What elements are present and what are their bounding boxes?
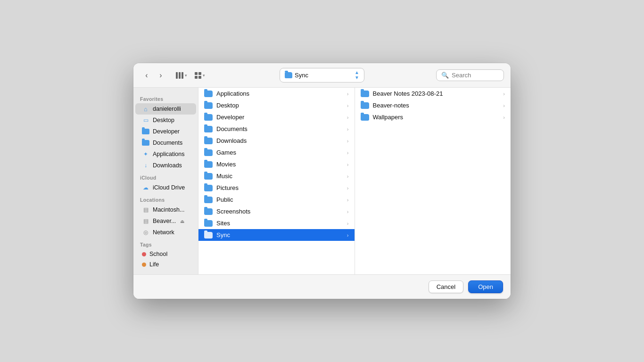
folder-icon [204, 232, 213, 239]
chevron-right-icon: › [347, 138, 349, 144]
item-name: Documents [216, 125, 343, 132]
sidebar-item-network[interactable]: ◎ Network [135, 227, 196, 238]
sidebar-item-label: Macintosh... [153, 206, 184, 213]
back-button[interactable]: ‹ [140, 69, 153, 82]
list-item[interactable]: Sites › [198, 217, 355, 229]
folder-icon [204, 173, 213, 180]
list-item[interactable]: Beaver-notes › [355, 99, 511, 111]
sidebar-item-applications[interactable]: ✦ Applications [135, 148, 196, 160]
item-name: Developer [216, 114, 343, 121]
location-bar: Sync ▲▼ [212, 68, 432, 82]
chevron-right-icon: › [347, 197, 349, 203]
sidebar-item-label: Desktop [153, 117, 174, 123]
search-input[interactable] [452, 72, 499, 79]
folder-icon [204, 138, 213, 144]
chevron-right-icon: › [347, 221, 349, 226]
item-name: Sites [216, 220, 343, 227]
list-item[interactable]: Public › [198, 194, 355, 206]
sidebar-item-danielerolli[interactable]: ⌂ danielerolli [135, 103, 196, 115]
chevron-right-icon: › [347, 232, 349, 238]
sidebar-item-life[interactable]: Life [135, 259, 196, 270]
forward-button[interactable]: › [154, 69, 167, 82]
list-item[interactable]: Screenshots › [198, 206, 355, 217]
chevron-right-icon: › [503, 115, 505, 120]
item-name: Applications [216, 90, 343, 97]
view-buttons: ▾ ▾ [173, 69, 208, 82]
sidebar-item-label: iCloud Drive [153, 184, 185, 191]
item-name: Pictures [216, 184, 343, 191]
chevron-right-icon: › [347, 150, 349, 156]
folder-icon [204, 197, 213, 203]
folder-icon [361, 102, 369, 109]
sidebar-item-macintosh[interactable]: ▤ Macintosh... [135, 204, 196, 215]
red-tag-icon [142, 252, 146, 256]
location-arrows: ▲▼ [355, 70, 359, 80]
sidebar-item-downloads[interactable]: ↓ Downloads [135, 160, 196, 171]
search-icon: 🔍 [441, 72, 449, 79]
chevron-right-icon: › [347, 126, 349, 132]
hdd-icon: ▤ [142, 206, 149, 214]
list-item[interactable]: Wallpapers › [355, 111, 511, 123]
toolbar: ‹ › ▾ ▾ Sync [133, 63, 511, 88]
list-item[interactable]: Movies › [198, 158, 355, 170]
chevron-right-icon: › [347, 209, 349, 214]
column-view-button[interactable]: ▾ [173, 69, 190, 82]
sidebar-item-label: Downloads [153, 162, 182, 169]
sidebar-item-label: Developer [153, 128, 180, 135]
sidebar-item-label: Applications [153, 151, 184, 157]
sidebar-item-label: Documents [153, 140, 182, 146]
sidebar-item-developer[interactable]: Developer [135, 126, 196, 137]
sidebar-item-label: School [149, 251, 167, 257]
favorites-label: Favorites [133, 92, 198, 103]
cancel-button[interactable]: Cancel [429, 280, 463, 293]
chevron-right-icon: › [347, 185, 349, 191]
location-pill[interactable]: Sync ▲▼ [280, 68, 364, 82]
folder-icon [361, 90, 369, 97]
folder-icon [204, 161, 213, 168]
sidebar-item-documents[interactable]: Documents [135, 137, 196, 148]
folder-icon [142, 128, 149, 135]
chevron-right-icon: › [347, 162, 349, 167]
chevron-right-icon: › [347, 115, 349, 120]
chevron-right-icon: › [347, 103, 349, 108]
list-item[interactable]: Beaver Notes 2023-08-21 › [355, 88, 511, 99]
sidebar-item-desktop[interactable]: ▭ Desktop [135, 115, 196, 126]
sidebar: Favorites ⌂ danielerolli ▭ Desktop Devel… [133, 88, 198, 274]
sidebar-item-label: Network [153, 229, 174, 236]
folder-icon [204, 185, 213, 191]
sidebar-item-school[interactable]: School [135, 249, 196, 259]
list-item[interactable]: Documents › [198, 123, 355, 135]
list-item[interactable]: Downloads › [198, 135, 355, 147]
column-view-icon [176, 72, 183, 79]
item-name: Games [216, 149, 343, 156]
folder-icon [204, 90, 213, 97]
list-item[interactable]: Applications › [198, 88, 355, 99]
grid-view-icon [195, 72, 201, 79]
list-item[interactable]: Sync › [198, 229, 355, 241]
open-button[interactable]: Open [468, 280, 503, 293]
downloads-icon: ↓ [142, 162, 149, 169]
item-name: Screenshots [216, 208, 343, 215]
chevron-down-icon: ▾ [203, 73, 205, 78]
location-name: Sync [295, 72, 308, 79]
file-panel-2: Beaver Notes 2023-08-21 › Beaver-notes ›… [355, 88, 511, 274]
list-item[interactable]: Games › [198, 147, 355, 158]
nav-buttons: ‹ › [140, 69, 167, 82]
list-item[interactable]: Desktop › [198, 99, 355, 111]
main-content: Favorites ⌂ danielerolli ▭ Desktop Devel… [133, 88, 511, 274]
grid-view-button[interactable]: ▾ [192, 69, 208, 82]
item-name: Sync [216, 231, 343, 239]
list-item[interactable]: Developer › [198, 111, 355, 123]
folder-icon [204, 220, 213, 227]
cloud-icon: ☁ [142, 184, 149, 191]
sidebar-item-icloud-drive[interactable]: ☁ iCloud Drive [135, 182, 196, 193]
icloud-label: iCloud [133, 171, 198, 182]
eject-icon: ⏏ [180, 219, 184, 224]
folder-icon [361, 114, 369, 121]
chevron-right-icon: › [347, 173, 349, 179]
folder-icon [142, 139, 149, 147]
list-item[interactable]: Music › [198, 170, 355, 182]
list-item[interactable]: Pictures › [198, 182, 355, 194]
search-bar[interactable]: 🔍 [436, 69, 504, 81]
sidebar-item-beaver[interactable]: ▤ Beaver... ⏏ [135, 215, 196, 227]
